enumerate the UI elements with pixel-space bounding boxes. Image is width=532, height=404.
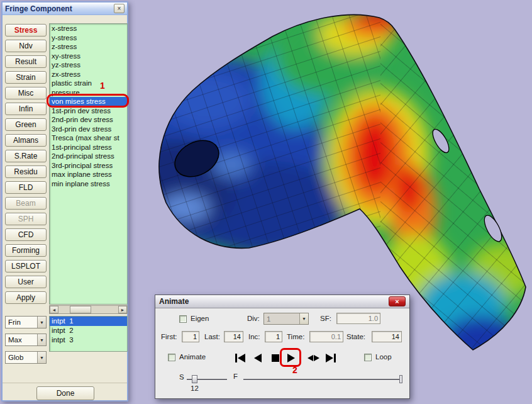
frin-dropdown-value: Frin [6, 318, 37, 326]
footer-divider [3, 383, 127, 383]
chevron-down-icon: ▼ [299, 313, 308, 324]
category-button-residu[interactable]: Residu [5, 166, 47, 178]
category-button-fld[interactable]: FLD [5, 181, 47, 194]
scroll-right-button[interactable]: ► [118, 306, 127, 313]
category-button-strain[interactable]: Strain [5, 71, 47, 84]
category-button-infin[interactable]: Infin [5, 103, 47, 115]
loop-checkbox[interactable] [364, 354, 372, 361]
category-button-ndv[interactable]: Ndv [5, 40, 47, 52]
eigen-checkbox[interactable] [179, 315, 187, 323]
annotation-2-label: 2 [292, 365, 297, 375]
done-button[interactable]: Done [36, 386, 94, 400]
first-field[interactable]: 1 [182, 331, 199, 342]
category-button-user[interactable]: User [5, 276, 47, 288]
frin-dropdown[interactable]: Frin ▼ [5, 316, 47, 328]
component-option[interactable]: pressure [50, 88, 127, 98]
component-option[interactable]: 3rd-principal stress [50, 161, 127, 171]
category-button-srate[interactable]: S.Rate [5, 150, 47, 162]
component-option[interactable]: 1st-principal stress [50, 143, 127, 152]
intpt-option[interactable]: intpt 3 [50, 335, 127, 345]
component-option[interactable]: z-stress [50, 42, 127, 52]
category-button-almans[interactable]: Almans [5, 134, 47, 147]
stop-icon [272, 354, 279, 362]
fringe-title-bar[interactable]: Fringe Component × [3, 3, 127, 15]
glob-dropdown[interactable]: Glob ▼ [5, 351, 47, 364]
application-window: Fringe Component × Stress Ndv Result Str… [0, 0, 532, 404]
skip-to-start-button[interactable] [232, 351, 248, 366]
speed-value: 12 [191, 384, 199, 392]
component-option-selected[interactable]: von mises stress [50, 97, 127, 106]
component-option[interactable]: yz-stress [50, 60, 127, 70]
frame-slider-f-label: F [233, 373, 238, 380]
scrollbar-thumb[interactable] [70, 306, 91, 313]
skip-to-end-button[interactable] [323, 351, 339, 366]
animate-checkbox[interactable] [168, 354, 175, 361]
annotation-1-label: 1 [100, 81, 105, 91]
step-back-button[interactable] [250, 351, 266, 366]
component-option[interactable]: 1st-prin dev stress [50, 106, 127, 116]
component-option[interactable]: 2nd-prin dev stress [50, 115, 127, 125]
div-label: Div: [247, 315, 260, 322]
horizontal-scrollbar[interactable]: ◄ ► [49, 305, 128, 314]
div-dropdown: 1 ▼ [263, 313, 309, 325]
category-button-apply[interactable]: Apply [5, 291, 47, 304]
category-button-green[interactable]: Green [5, 118, 47, 131]
category-button-forming[interactable]: Forming [5, 244, 47, 257]
step-both-button[interactable] [305, 351, 321, 366]
inc-label: Inc: [248, 333, 260, 340]
glob-dropdown-value: Glob [6, 354, 37, 361]
play-button[interactable] [283, 351, 299, 366]
scroll-left-button[interactable]: ◄ [50, 306, 58, 313]
intpt-option[interactable]: intpt 2 [50, 326, 127, 335]
max-dropdown[interactable]: Max ▼ [5, 334, 47, 346]
first-label: First: [161, 333, 177, 340]
inc-field[interactable]: 1 [265, 331, 282, 342]
close-icon: × [118, 5, 121, 13]
stop-button[interactable] [267, 351, 284, 366]
component-option[interactable]: 2nd-principal stress [50, 152, 127, 161]
play-icon [287, 354, 295, 362]
animate-label: Animate [179, 353, 206, 361]
component-option[interactable]: 3rd-prin dev stress [50, 125, 127, 134]
scroll-left-icon: ◄ [52, 308, 57, 312]
component-list[interactable]: x-stress y-stress z-stress xy-stress yz-… [49, 23, 128, 305]
speed-slider-s-label: S [179, 373, 184, 381]
last-field[interactable]: 14 [224, 331, 243, 342]
component-option[interactable]: xy-stress [50, 52, 127, 61]
category-button-stress[interactable]: Stress [5, 24, 47, 36]
component-option[interactable]: max inplane stress [50, 170, 127, 179]
state-field[interactable]: 14 [372, 331, 402, 342]
component-option[interactable]: plastic strain [50, 79, 127, 88]
component-option[interactable]: zx-stress [50, 70, 127, 79]
loop-label: Loop [375, 353, 392, 361]
time-label: Time: [287, 333, 304, 340]
chevron-down-icon: ▼ [37, 334, 46, 345]
step-back-icon [254, 354, 262, 362]
frame-slider-track[interactable] [243, 379, 402, 381]
frame-slider-handle[interactable] [399, 375, 402, 383]
category-button-cfd[interactable]: CFD [5, 228, 47, 241]
category-button-lsplot[interactable]: LSPLOT [5, 260, 47, 272]
max-dropdown-value: Max [6, 336, 37, 344]
component-option[interactable]: min inplane stress [50, 179, 127, 189]
animate-dialog: Animate × Eigen Div: 1 ▼ SF: 1.0 First: … [155, 295, 410, 399]
time-field[interactable]: 0.1 [309, 331, 343, 342]
speed-slider-handle[interactable] [192, 375, 197, 383]
animate-title-bar[interactable]: Animate × [155, 295, 409, 308]
component-option[interactable]: Tresca (max shear st [50, 133, 127, 143]
sf-label: SF: [320, 315, 331, 322]
skip-start-icon [235, 354, 237, 362]
intpt-option-selected[interactable]: intpt 1 [50, 317, 127, 326]
sf-field[interactable]: 1.0 [336, 313, 380, 324]
scrollbar-track[interactable] [58, 306, 118, 313]
state-label: State: [346, 333, 365, 340]
step-both-icon [308, 355, 313, 361]
category-button-result[interactable]: Result [5, 55, 47, 68]
category-button-misc[interactable]: Misc [5, 87, 47, 99]
integration-point-list[interactable]: intpt 1 intpt 2 intpt 3 [49, 316, 128, 352]
component-option[interactable]: x-stress [50, 24, 127, 33]
category-button-sph: SPH [5, 213, 47, 225]
close-button[interactable]: × [114, 4, 125, 13]
close-button[interactable]: × [389, 296, 406, 306]
component-option[interactable]: y-stress [50, 33, 127, 43]
